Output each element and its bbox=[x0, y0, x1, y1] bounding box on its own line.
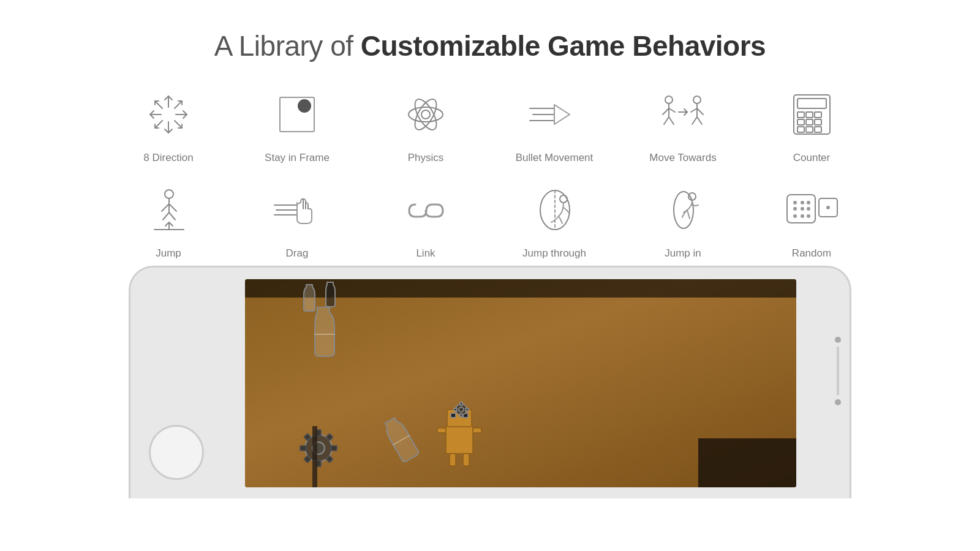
title-normal: A Library of bbox=[214, 30, 361, 62]
svg-line-27 bbox=[697, 108, 703, 114]
title-bold: Customizable Game Behaviors bbox=[361, 30, 766, 62]
stay-in-frame-icon bbox=[270, 87, 325, 142]
svg-point-9 bbox=[298, 100, 311, 112]
game-screen bbox=[245, 279, 796, 487]
side-slider bbox=[837, 347, 839, 395]
svg-rect-31 bbox=[797, 99, 826, 108]
behavior-drag[interactable]: Drag bbox=[233, 182, 361, 260]
svg-point-10 bbox=[421, 110, 430, 119]
page-wrapper: A Library of Customizable Game Behaviors bbox=[0, 0, 980, 551]
svg-line-20 bbox=[669, 108, 675, 112]
svg-rect-78 bbox=[331, 446, 337, 451]
svg-rect-39 bbox=[806, 127, 813, 132]
game-gear bbox=[294, 424, 343, 475]
svg-line-4 bbox=[155, 101, 162, 108]
svg-rect-88 bbox=[450, 454, 456, 466]
svg-line-21 bbox=[664, 117, 669, 124]
svg-line-44 bbox=[169, 204, 176, 211]
side-dot-top bbox=[835, 337, 841, 343]
behavior-jump-through[interactable]: Jump through bbox=[490, 182, 619, 260]
svg-point-62 bbox=[801, 201, 804, 204]
8-direction-icon bbox=[141, 87, 196, 142]
svg-line-5 bbox=[175, 121, 182, 128]
svg-rect-34 bbox=[815, 112, 821, 118]
behavior-physics[interactable]: Physics bbox=[361, 87, 490, 164]
svg-rect-40 bbox=[815, 127, 821, 132]
side-dot-bottom bbox=[835, 399, 841, 405]
behavior-jump-in[interactable]: Jump in bbox=[619, 182, 747, 260]
svg-rect-95 bbox=[460, 414, 462, 417]
random-icon bbox=[784, 182, 839, 238]
svg-rect-96 bbox=[454, 408, 457, 411]
behaviors-row-1: 8 Direction Stay in Frame bbox=[92, 87, 888, 164]
phone-button-left bbox=[149, 425, 204, 480]
jump-in-icon bbox=[655, 182, 710, 238]
svg-point-63 bbox=[807, 201, 810, 204]
jump-through-icon bbox=[527, 182, 582, 238]
behavior-jump[interactable]: Jump bbox=[104, 182, 233, 260]
svg-point-93 bbox=[459, 407, 464, 412]
game-pole bbox=[312, 426, 317, 487]
svg-rect-77 bbox=[300, 446, 306, 451]
svg-rect-33 bbox=[806, 112, 813, 118]
behavior-stay-in-frame[interactable]: Stay in Frame bbox=[233, 87, 361, 164]
svg-rect-38 bbox=[797, 127, 804, 132]
svg-rect-91 bbox=[473, 428, 481, 433]
svg-point-64 bbox=[793, 207, 797, 211]
jump-in-label: Jump in bbox=[665, 247, 701, 260]
svg-line-26 bbox=[691, 108, 697, 112]
svg-point-41 bbox=[165, 190, 173, 198]
svg-rect-94 bbox=[460, 402, 462, 405]
svg-point-65 bbox=[801, 207, 804, 211]
svg-point-68 bbox=[801, 214, 804, 218]
behavior-random[interactable]: Random bbox=[747, 182, 876, 260]
game-bottle-large bbox=[306, 304, 343, 361]
behaviors-row-2: Jump Drag bbox=[92, 182, 888, 260]
game-platform-right bbox=[698, 438, 796, 487]
svg-point-58 bbox=[674, 192, 693, 228]
drag-icon bbox=[270, 182, 325, 238]
counter-icon bbox=[784, 87, 839, 142]
counter-label: Counter bbox=[793, 152, 830, 164]
behavior-8-direction[interactable]: 8 Direction bbox=[104, 87, 233, 164]
svg-rect-97 bbox=[466, 408, 469, 411]
behavior-move-towards[interactable]: Move Towards bbox=[619, 87, 747, 164]
physics-icon bbox=[398, 87, 453, 142]
svg-rect-84 bbox=[446, 425, 473, 454]
svg-line-43 bbox=[162, 204, 169, 211]
behavior-bullet-movement[interactable]: Bullet Movement bbox=[490, 87, 619, 164]
bullet-movement-icon bbox=[527, 87, 582, 142]
8-direction-label: 8 Direction bbox=[143, 152, 193, 164]
game-cog-character bbox=[452, 400, 470, 421]
svg-point-67 bbox=[793, 214, 797, 218]
svg-line-29 bbox=[697, 117, 702, 124]
svg-line-28 bbox=[692, 117, 697, 124]
svg-rect-90 bbox=[437, 428, 446, 433]
svg-point-66 bbox=[807, 207, 810, 211]
svg-line-7 bbox=[155, 121, 162, 128]
phone-mockup bbox=[129, 266, 851, 498]
bullet-movement-label: Bullet Movement bbox=[516, 152, 594, 164]
svg-rect-89 bbox=[463, 454, 469, 466]
page-header: A Library of Customizable Game Behaviors bbox=[214, 29, 766, 62]
svg-rect-30 bbox=[794, 95, 830, 134]
svg-point-57 bbox=[560, 195, 567, 203]
svg-rect-32 bbox=[797, 112, 804, 118]
random-label: Random bbox=[792, 247, 831, 260]
svg-rect-36 bbox=[806, 119, 813, 125]
link-icon bbox=[398, 182, 453, 238]
phone-side-controls bbox=[835, 337, 841, 405]
behavior-counter[interactable]: Counter bbox=[747, 87, 876, 164]
svg-point-61 bbox=[793, 201, 797, 204]
svg-point-24 bbox=[693, 96, 701, 103]
svg-line-19 bbox=[663, 108, 669, 114]
behavior-link[interactable]: Link bbox=[361, 182, 490, 260]
game-bottle-fallen bbox=[375, 410, 427, 470]
link-label: Link bbox=[416, 247, 435, 260]
jump-icon bbox=[141, 182, 196, 238]
svg-point-17 bbox=[665, 96, 673, 103]
svg-line-46 bbox=[169, 212, 175, 220]
jump-through-label: Jump through bbox=[522, 247, 586, 260]
move-towards-label: Move Towards bbox=[649, 152, 716, 164]
svg-line-22 bbox=[669, 117, 674, 124]
